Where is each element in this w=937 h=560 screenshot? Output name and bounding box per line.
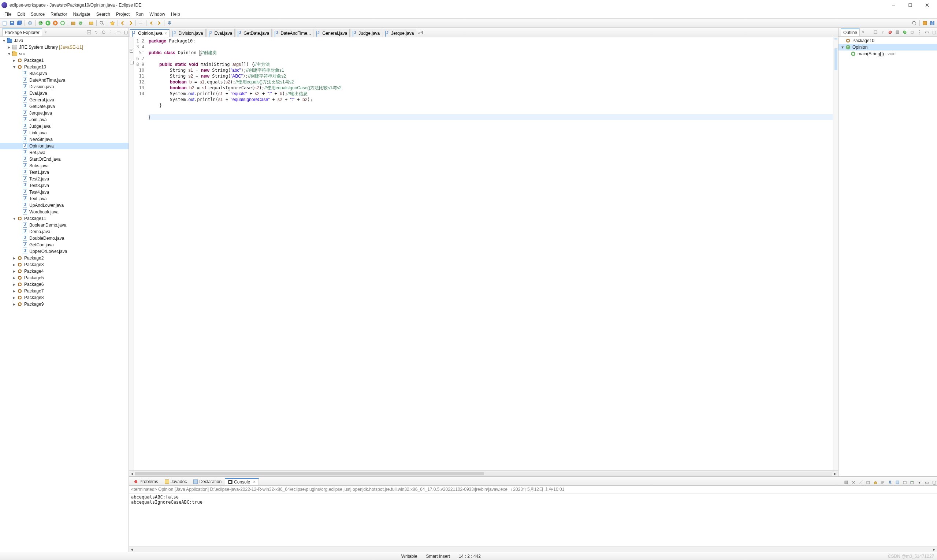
quick-access-button[interactable] [911, 20, 918, 26]
scroll-thumb[interactable] [135, 472, 484, 475]
tab-close-icon[interactable]: × [165, 31, 167, 35]
overview-mark[interactable] [834, 38, 837, 40]
menu-help[interactable]: Help [168, 11, 183, 18]
tree-file[interactable]: ▸Test4.java [0, 189, 128, 195]
display-selected-icon[interactable] [894, 480, 900, 485]
tree-file[interactable]: ▸Test1.java [0, 169, 128, 176]
new-class-button[interactable]: C [77, 20, 84, 26]
outline-title[interactable]: Outline [841, 29, 860, 36]
hide-fields-icon[interactable] [887, 29, 893, 35]
menu-edit[interactable]: Edit [14, 11, 28, 18]
search-button[interactable] [99, 20, 105, 26]
sort-icon[interactable] [880, 29, 886, 35]
outline-minimize-icon[interactable]: ▭ [924, 29, 930, 35]
tree-file[interactable]: ▸NewStr.java [0, 136, 128, 143]
scroll-right-icon[interactable]: ▸ [931, 546, 937, 552]
java-perspective-button[interactable]: J [929, 20, 935, 26]
editor-tab[interactable]: Jerque.java [383, 29, 416, 37]
tab-declaration[interactable]: Declaration [190, 478, 225, 485]
console-maximize-icon[interactable]: ▢ [931, 480, 937, 485]
tree-file[interactable]: ▸Link.java [0, 129, 128, 136]
menu-search[interactable]: Search [93, 11, 113, 18]
close-button[interactable] [919, 0, 935, 10]
view-menu-icon[interactable]: ⋮ [108, 29, 114, 35]
new-package-button[interactable] [70, 20, 77, 26]
menu-file[interactable]: File [2, 11, 14, 18]
forward-button[interactable] [156, 20, 162, 26]
more-tabs-indicator[interactable]: »4 [417, 30, 424, 35]
editor-body[interactable]: 1 2 3 4 5⁻ 6 7 8 9 10 11 12 13 14 packag… [129, 37, 838, 470]
line-number-gutter[interactable]: 1 2 3 4 5⁻ 6 7 8 9 10 11 12 13 14 [134, 37, 146, 470]
scroll-left-icon[interactable]: ◂ [129, 471, 135, 477]
tree-package[interactable]: ▸Package6 [0, 281, 128, 288]
tree-package[interactable]: ▸Package2 [0, 255, 128, 262]
tree-file[interactable]: ▸DateAndTime.java [0, 77, 128, 83]
outline-view-menu-icon[interactable]: ⋮ [917, 29, 922, 35]
tree-project[interactable]: ▾Java [0, 37, 128, 44]
save-button[interactable] [9, 20, 15, 26]
console-output[interactable]: abcequalsABC:false abcequalsIgnoreCaseAB… [129, 494, 937, 546]
run-button[interactable] [45, 20, 51, 26]
menu-run[interactable]: Run [133, 11, 146, 18]
console-dropdown-icon[interactable]: ▾ [917, 480, 922, 485]
coverage-button[interactable] [52, 20, 59, 26]
clear-console-icon[interactable] [865, 480, 871, 485]
pin-console-icon[interactable] [887, 480, 893, 485]
editor-tab[interactable]: GetDate.java [235, 29, 272, 37]
tab-console[interactable]: Console× [225, 478, 259, 485]
package-explorer-close-icon[interactable]: × [43, 30, 48, 35]
minimize-button[interactable] [885, 0, 902, 10]
tab-javadoc[interactable]: Javadoc [162, 478, 190, 485]
tree-package[interactable]: ▸Package4 [0, 268, 128, 274]
tree-file[interactable]: ▸UpperOrLower.java [0, 248, 128, 255]
remove-all-icon[interactable] [858, 480, 864, 485]
link-editor-icon[interactable] [93, 29, 99, 35]
terminate-icon[interactable] [843, 480, 849, 485]
tree-file[interactable]: ▸DoubleDemo.java [0, 235, 128, 242]
editor-tab[interactable]: General.java [314, 29, 350, 37]
tree-package[interactable]: ▸Package9 [0, 301, 128, 308]
console-tab-close-icon[interactable]: × [253, 480, 256, 485]
tree-file[interactable]: ▸Test3.java [0, 182, 128, 189]
tree-file[interactable]: ▸UpAndLower.java [0, 202, 128, 209]
save-all-button[interactable] [16, 20, 23, 26]
overview-ruler[interactable] [833, 37, 838, 470]
remove-launch-icon[interactable] [851, 480, 857, 485]
scroll-lock-icon[interactable] [872, 480, 878, 485]
menu-source[interactable]: Source [28, 11, 48, 18]
tree-package[interactable]: ▸Package7 [0, 288, 128, 294]
package-explorer-title[interactable]: Package Explorer [2, 29, 42, 36]
focus-active-icon[interactable] [872, 29, 878, 35]
tree-file[interactable]: ▸Join.java [0, 116, 128, 123]
tree-file[interactable]: ▸Subs.java [0, 163, 128, 169]
tree-jre[interactable]: ▸JRE System Library [JavaSE-11] [0, 44, 128, 51]
editor-tab[interactable]: Division.java [170, 29, 205, 37]
fold-marker-icon[interactable] [129, 49, 133, 53]
editor-tab[interactable]: Opinion.java× [129, 29, 170, 37]
tree-file[interactable]: ▸Blak.java [0, 70, 128, 77]
maximize-view-icon[interactable]: ▢ [123, 29, 128, 35]
code-area[interactable]: package Package10; public class Opinion … [146, 37, 833, 470]
next-edit-button[interactable] [127, 20, 134, 26]
outline-item-method[interactable]: ▾ main(String[]) : void [838, 51, 937, 57]
menu-navigate[interactable]: Navigate [70, 11, 93, 18]
tree-package[interactable]: ▾Package10 [0, 64, 128, 70]
tree-package[interactable]: ▸Package3 [0, 262, 128, 268]
back-button[interactable] [148, 20, 155, 26]
word-wrap-icon[interactable] [880, 480, 886, 485]
tree-package[interactable]: ▸Package8 [0, 294, 128, 301]
open-console-icon[interactable] [902, 480, 908, 485]
menu-refactor[interactable]: Refactor [48, 11, 70, 18]
tree-file[interactable]: ▸StartOrEnd.java [0, 156, 128, 163]
new-console-icon[interactable] [909, 480, 915, 485]
pin-editor-button[interactable] [166, 20, 173, 26]
tree-file[interactable]: ▸Wordbook.java [0, 209, 128, 215]
tree-file[interactable]: ▸Ref.java [0, 149, 128, 156]
fold-marker-icon[interactable] [130, 61, 134, 65]
tree-file[interactable]: ▸BooleanDemo.java [0, 222, 128, 228]
open-task-button[interactable] [88, 20, 94, 26]
outline-tree[interactable]: ▾ Package10 ▾ C Opinion ▾ main(Str [838, 37, 937, 476]
editor-hscrollbar[interactable]: ◂ ▸ [129, 470, 838, 476]
tree-file[interactable]: ▸Division.java [0, 83, 128, 90]
menu-window[interactable]: Window [146, 11, 168, 18]
